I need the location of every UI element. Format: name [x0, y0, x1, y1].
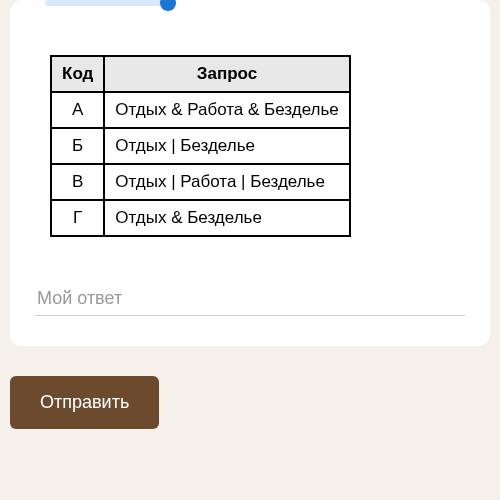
table-row: Б Отдых | Безделье [51, 128, 350, 164]
slider-track [45, 0, 165, 6]
cell-query: Отдых | Работа | Безделье [104, 164, 349, 200]
answer-section [35, 282, 465, 316]
cell-code: А [51, 92, 104, 128]
cell-code: В [51, 164, 104, 200]
slider-fragment[interactable] [45, 0, 175, 8]
cell-query: Отдых & Работа & Безделье [104, 92, 349, 128]
cell-code: Б [51, 128, 104, 164]
query-table: Код Запрос А Отдых & Работа & Безделье Б… [50, 55, 351, 237]
cell-query: Отдых & Безделье [104, 200, 349, 236]
submit-row: Отправить [0, 376, 500, 429]
query-table-wrap: Код Запрос А Отдых & Работа & Безделье Б… [50, 55, 465, 237]
table-row: Г Отдых & Безделье [51, 200, 350, 236]
answer-input[interactable] [35, 282, 465, 316]
submit-button[interactable]: Отправить [10, 376, 159, 429]
cell-query: Отдых | Безделье [104, 128, 349, 164]
cell-code: Г [51, 200, 104, 236]
question-card: Код Запрос А Отдых & Работа & Безделье Б… [10, 0, 490, 346]
table-header-row: Код Запрос [51, 56, 350, 92]
header-code: Код [51, 56, 104, 92]
table-row: В Отдых | Работа | Безделье [51, 164, 350, 200]
header-query: Запрос [104, 56, 349, 92]
slider-thumb[interactable] [160, 0, 176, 11]
table-row: А Отдых & Работа & Безделье [51, 92, 350, 128]
